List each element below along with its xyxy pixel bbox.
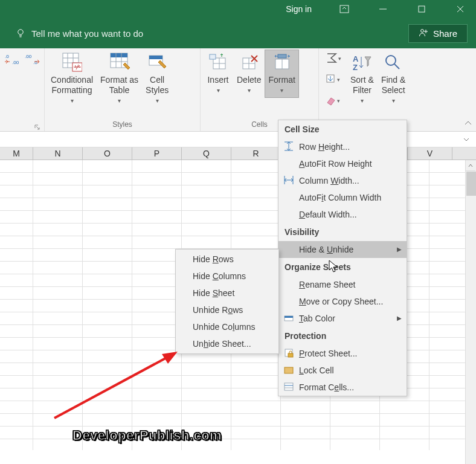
submenu-caret-icon: ▶ [397, 246, 402, 253]
sign-in-link[interactable]: Sign in [286, 4, 312, 14]
autosum-button[interactable]: ▾ [325, 52, 343, 66]
protect-sheet-icon [283, 347, 294, 358]
column-header[interactable]: P [132, 147, 182, 160]
menu-item-hide-unhide[interactable]: Hide & Unhide ▶ [278, 241, 407, 258]
menu-item-row-height[interactable]: Row Height... [278, 138, 407, 155]
svg-text:.0: .0 [33, 60, 37, 65]
delete-label: Delete [237, 75, 261, 85]
svg-rect-2 [419, 6, 425, 12]
format-button[interactable]: Format ▾ [265, 50, 298, 98]
number-dialog-launcher-icon[interactable] [34, 124, 40, 130]
menu-section-protection: Protection [278, 327, 407, 345]
column-header[interactable]: Q [182, 147, 231, 160]
scroll-thumb[interactable] [466, 172, 476, 196]
submenu-item-unhide-columns[interactable]: Unhide Columns [176, 318, 278, 335]
insert-cells-icon [208, 52, 228, 72]
menu-item-autofit-column-width[interactable]: AutoFit Column Width [278, 189, 407, 206]
format-label: Format [268, 75, 295, 85]
find-select-icon [383, 52, 404, 72]
delete-button[interactable]: Delete ▾ [233, 50, 265, 95]
svg-text:.00: .00 [25, 54, 32, 59]
scroll-up-icon[interactable] [466, 160, 475, 171]
svg-text:Z: Z [353, 63, 358, 71]
share-person-icon [419, 28, 428, 39]
format-as-table-icon [109, 52, 130, 72]
menu-item-rename-sheet[interactable]: Rename Sheet [278, 276, 407, 293]
chevron-down-icon: ▾ [248, 85, 251, 95]
increase-decimal-button[interactable]: .0.00 [2, 52, 22, 65]
conditional-formatting-button[interactable]: Conditional Formatting ▾ [47, 50, 97, 106]
decrease-decimal-button[interactable]: .00.0 [22, 52, 42, 65]
submenu-item-hide-rows[interactable]: Hide Rows [176, 251, 278, 268]
find-select-button[interactable]: Find & Select ▾ [378, 50, 409, 106]
column-header[interactable]: M [0, 147, 33, 160]
find-select-label: Find & Select [381, 75, 405, 95]
cells-group: Insert ▾ Delete ▾ Format ▾ Cells [201, 48, 319, 131]
svg-rect-53 [285, 316, 293, 318]
column-header[interactable]: N [33, 147, 83, 160]
insert-button[interactable]: Insert ▾ [203, 50, 233, 95]
column-header[interactable]: V [408, 147, 452, 160]
sort-filter-label: Sort & Filter [350, 75, 374, 95]
column-header[interactable]: R [231, 147, 281, 160]
menu-item-tab-color[interactable]: Tab Color ▶ [278, 310, 407, 327]
delete-cells-icon [239, 52, 259, 72]
cell-styles-button[interactable]: Cell Styles ▾ [142, 50, 172, 106]
column-header[interactable]: O [83, 147, 132, 160]
conditional-formatting-icon [62, 52, 82, 72]
maximize-icon[interactable] [410, 0, 434, 18]
menu-item-lock-cell[interactable]: Lock Cell [278, 362, 407, 379]
svg-text:▾: ▾ [338, 56, 341, 62]
menu-item-protect-sheet[interactable]: Protect Sheet... [278, 345, 407, 362]
menu-section-cell-size: Cell Size [278, 120, 407, 138]
close-icon[interactable] [448, 0, 472, 18]
expand-formula-bar-icon[interactable] [463, 135, 470, 145]
submenu-item-hide-columns[interactable]: Hide Columns [176, 268, 278, 285]
menu-item-column-width[interactable]: Column Width... [278, 172, 407, 189]
menu-item-move-copy-sheet[interactable]: Move or Copy Sheet... [278, 293, 407, 310]
svg-rect-55 [288, 353, 293, 357]
svg-rect-57 [285, 383, 293, 390]
fill-button[interactable]: ▾ [325, 73, 343, 87]
cell-styles-icon [147, 52, 167, 72]
tell-me-search[interactable]: Tell me what you want to do [16, 28, 143, 39]
format-dropdown-menu: Cell Size Row Height... AutoFit Row Heig… [278, 120, 407, 396]
svg-point-5 [18, 30, 23, 34]
chevron-down-icon: ▾ [71, 95, 74, 106]
svg-rect-39 [278, 54, 286, 58]
column-width-icon [283, 175, 294, 185]
submenu-item-unhide-sheet[interactable]: Unhide Sheet... [176, 335, 278, 352]
insert-label: Insert [207, 75, 228, 85]
svg-point-46 [386, 56, 396, 65]
menu-item-autofit-row-height[interactable]: AutoFit Row Height [278, 155, 407, 172]
menu-item-format-cells[interactable]: Format Cells... [278, 379, 407, 396]
sort-filter-button[interactable]: AZ Sort & Filter ▾ [347, 50, 378, 106]
menu-section-visibility: Visibility [278, 223, 407, 241]
svg-rect-56 [285, 367, 293, 373]
chevron-down-icon: ▾ [392, 95, 395, 106]
styles-group-label: Styles [47, 119, 198, 131]
chevron-down-icon: ▾ [217, 85, 220, 95]
submenu-item-unhide-rows[interactable]: Unhide Rows [176, 301, 278, 318]
ribbon-display-options-icon[interactable] [332, 0, 356, 18]
tab-color-icon [283, 312, 294, 323]
clear-button[interactable]: ▾ [325, 94, 343, 108]
watermark-text: DeveloperPublish.com [72, 428, 222, 443]
menu-item-default-width[interactable]: Default Width... [278, 206, 407, 223]
svg-text:A: A [353, 54, 359, 63]
lock-cell-icon [283, 364, 294, 375]
row-height-icon [283, 141, 294, 152]
format-as-table-button[interactable]: Format as Table ▾ [97, 50, 142, 106]
title-bar: Sign in Tell me what you want to do Shar… [0, 0, 476, 48]
submenu-item-hide-sheet[interactable]: Hide Sheet [176, 285, 278, 301]
svg-text:▾: ▾ [337, 77, 340, 83]
hide-unhide-submenu: Hide Rows Hide Columns Hide Sheet Unhide… [175, 249, 279, 354]
conditional-formatting-label: Conditional Formatting [51, 75, 93, 95]
chevron-down-icon: ▾ [280, 85, 283, 95]
collapse-ribbon-icon[interactable] [464, 119, 472, 129]
vertical-scrollbar[interactable] [465, 160, 476, 464]
svg-line-47 [394, 64, 399, 69]
minimize-icon[interactable] [371, 0, 395, 18]
svg-rect-0 [340, 5, 349, 13]
share-button[interactable]: Share [408, 24, 468, 43]
